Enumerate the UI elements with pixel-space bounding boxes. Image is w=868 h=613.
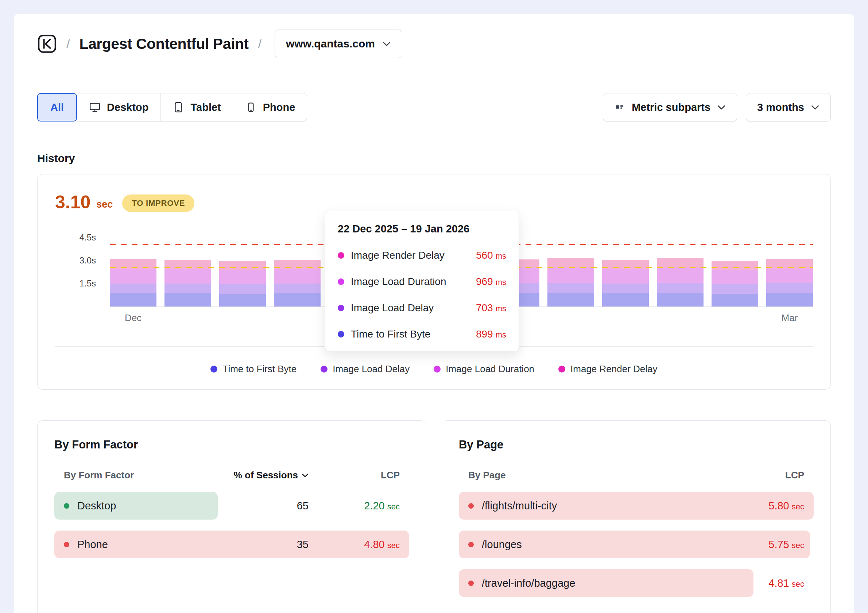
bar-segment	[547, 258, 594, 268]
history-bar[interactable]	[110, 259, 157, 306]
phone-icon	[245, 101, 257, 113]
x-axis-label	[274, 312, 321, 324]
status-dot	[468, 503, 474, 509]
row-label: /lounges	[482, 539, 713, 551]
domain-selector-value: www.qantas.com	[286, 37, 375, 50]
toolbar-right: Metric subparts 3 months	[603, 93, 831, 121]
tablet-icon	[172, 101, 184, 113]
y-axis-tick: 3.0s	[55, 255, 96, 265]
bar-segment	[164, 293, 211, 306]
filter-phone[interactable]: Phone	[232, 93, 307, 121]
legend-dot	[558, 366, 565, 372]
bar-segment	[110, 284, 157, 293]
column-header-label: By Form Factor	[64, 470, 217, 481]
tooltip-row: Image Render Delay 560ms	[338, 250, 506, 261]
metric-subparts-button[interactable]: Metric subparts	[603, 93, 737, 121]
y-axis-tick: 1.5s	[55, 278, 96, 289]
filter-all-label: All	[50, 101, 64, 113]
row-sessions-value: 35	[217, 539, 308, 551]
legend-item[interactable]: Image Load Duration	[434, 363, 534, 375]
legend-label: Image Render Delay	[570, 363, 657, 375]
filter-all[interactable]: All	[37, 93, 77, 121]
bar-segment	[219, 261, 266, 270]
chevron-down-icon	[382, 41, 391, 47]
filter-tablet[interactable]: Tablet	[160, 93, 232, 121]
filter-desktop-label: Desktop	[107, 101, 149, 113]
bar-segment	[711, 270, 758, 284]
filter-desktop[interactable]: Desktop	[77, 93, 160, 121]
column-header-label: By Page	[468, 470, 713, 481]
by-form-factor-title: By Form Factor	[54, 438, 409, 452]
domain-selector[interactable]: www.qantas.com	[274, 29, 402, 58]
legend-item[interactable]: Image Load Delay	[321, 363, 409, 375]
app-logo[interactable]	[37, 34, 57, 54]
table-row[interactable]: /flights/multi-city5.80sec	[459, 492, 814, 520]
bar-segment	[657, 293, 704, 306]
by-page-rows: /flights/multi-city5.80sec/lounges5.75se…	[459, 492, 814, 597]
chart-tooltip: 22 Dec 2025 – 19 Jan 2026 Image Render D…	[325, 211, 519, 351]
period-button[interactable]: 3 months	[746, 93, 831, 121]
legend-item[interactable]: Image Render Delay	[558, 363, 657, 375]
tooltip-row: Image Load Duration 969ms	[338, 276, 506, 287]
legend-dot	[321, 366, 327, 372]
legend-item[interactable]: Time to First Byte	[211, 363, 296, 375]
bar-segment	[110, 269, 157, 284]
bar-segment	[766, 268, 813, 283]
tooltip-row-value: 703	[476, 302, 493, 313]
history-card: 3.10 sec TO IMPROVE 4.5s3.0s1.5s DecMar …	[37, 174, 831, 390]
bar-segment	[602, 293, 649, 306]
table-row[interactable]: Phone354.80sec	[54, 531, 409, 558]
tooltip-row-label: Time to First Byte	[351, 328, 470, 340]
history-bar[interactable]	[766, 259, 813, 306]
metric-value: 3.10	[55, 192, 90, 213]
filter-tablet-label: Tablet	[191, 101, 221, 113]
by-form-factor-card: By Form Factor By Form Factor % of Sessi…	[37, 421, 426, 613]
x-axis-label	[164, 312, 211, 324]
tooltip-row-value: 560	[476, 250, 493, 261]
history-bar[interactable]	[547, 258, 594, 306]
series-dot	[338, 252, 344, 259]
tooltip-row: Image Load Delay 703ms	[338, 302, 506, 314]
y-axis-tick: 4.5s	[55, 233, 96, 243]
bar-segment	[547, 293, 594, 306]
bar-segment	[219, 294, 266, 306]
status-dot	[64, 503, 69, 509]
history-bar[interactable]	[657, 258, 704, 306]
history-section-title: History	[37, 152, 831, 165]
row-sessions-value: 65	[217, 500, 308, 512]
row-lcp-value: 5.80sec	[713, 500, 804, 512]
column-header-lcp: LCP	[308, 470, 400, 481]
breadcrumb-separator: /	[67, 37, 70, 51]
bar-segment	[711, 284, 758, 293]
bar-segment	[219, 270, 266, 284]
page-title: Largest Contentful Paint	[79, 36, 248, 53]
tooltip-row-unit: ms	[496, 330, 506, 339]
bar-segment	[219, 284, 266, 294]
content-panel: / Largest Contentful Paint / www.qantas.…	[14, 14, 854, 613]
tooltip-row-label: Image Load Duration	[351, 276, 470, 287]
x-axis-label	[711, 312, 758, 324]
column-header-sessions-sort[interactable]: % of Sessions	[217, 470, 308, 481]
tooltip-date-range: 22 Dec 2025 – 19 Jan 2026	[338, 223, 506, 235]
table-row[interactable]: /travel-info/baggage4.81sec	[459, 569, 814, 597]
table-row[interactable]: /lounges5.75sec	[459, 531, 814, 558]
x-axis-label: Mar	[766, 312, 813, 324]
bar-segment	[110, 293, 157, 306]
tooltip-row: Time to First Byte 899ms	[338, 328, 506, 340]
chevron-down-icon	[717, 105, 726, 110]
legend-label: Time to First Byte	[222, 363, 296, 375]
status-badge: TO IMPROVE	[122, 194, 194, 212]
metric-summary: 3.10 sec TO IMPROVE	[55, 191, 813, 213]
bar-segment	[547, 283, 594, 293]
tooltip-row-unit: ms	[496, 278, 506, 287]
bar-segment	[711, 294, 758, 306]
table-row[interactable]: Desktop652.20sec	[54, 492, 409, 520]
bar-segment	[274, 269, 321, 284]
x-axis-label: Dec	[110, 312, 157, 324]
column-header-sessions-text: % of Sessions	[234, 470, 298, 481]
row-label: Desktop	[78, 500, 217, 512]
bar-segment	[164, 284, 211, 293]
desktop-icon	[88, 101, 101, 113]
bar-segment	[602, 284, 649, 293]
metric-subparts-icon	[614, 102, 625, 113]
